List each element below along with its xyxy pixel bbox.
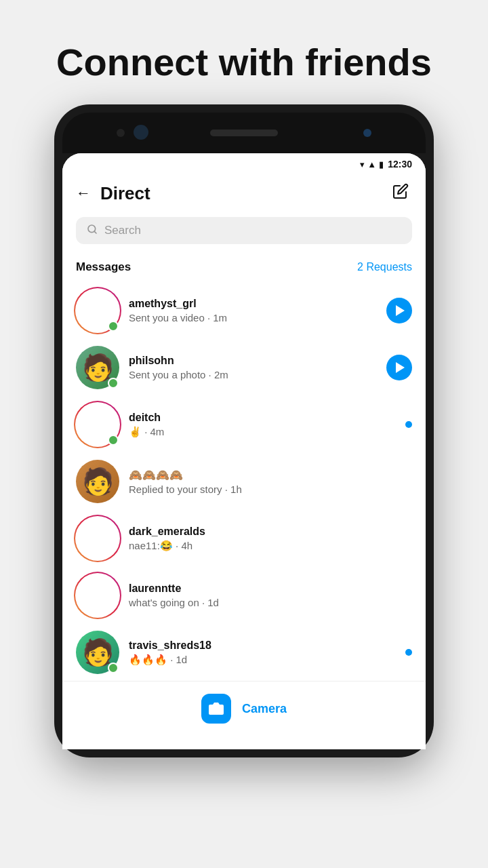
message-content: amethyst_grl Sent you a video · 1m <box>129 298 377 323</box>
bottom-bar: Camera <box>62 681 426 736</box>
page-wrapper: Connect with friends ▾ ▲ ▮ 12:30 ← <box>0 14 488 757</box>
status-time: 12:30 <box>388 159 412 170</box>
phone-frame: ▾ ▲ ▮ 12:30 ← Direct <box>54 104 434 757</box>
unread-indicator <box>405 649 412 656</box>
username: deitch <box>129 412 396 424</box>
online-indicator <box>108 321 119 332</box>
avatar-wrap: 🧑 <box>76 289 119 332</box>
avatar: 🧑 <box>76 517 119 560</box>
search-icon <box>87 224 98 237</box>
camera-button[interactable] <box>201 694 231 724</box>
status-icons: ▾ ▲ ▮ <box>360 159 384 170</box>
online-indicator <box>108 378 119 389</box>
message-content: dark_emeralds nae11:😂 · 4h <box>129 526 403 552</box>
username: travis_shreds18 <box>129 639 396 652</box>
play-icon <box>396 362 405 373</box>
messages-header: Messages 2 Requests <box>76 255 412 282</box>
wifi-icon: ▾ <box>360 159 365 170</box>
avatar-wrap: 🧑 <box>76 460 119 503</box>
avatar-wrap: 🧑 <box>76 517 119 560</box>
message-preview: ✌️ · 4m <box>129 426 396 438</box>
list-item[interactable]: 🧑 laurenntte what's going on · 1d <box>62 567 426 624</box>
online-indicator <box>108 435 119 446</box>
requests-link[interactable]: 2 Requests <box>357 261 412 273</box>
app-header: ← Direct <box>62 172 426 212</box>
search-container: Search <box>62 212 426 255</box>
svg-line-1 <box>94 231 96 233</box>
message-content: deitch ✌️ · 4m <box>129 412 396 438</box>
messages-label: Messages <box>76 260 131 274</box>
message-preview: Replied to your story · 1h <box>129 484 403 495</box>
message-content: philsohn Sent you a photo · 2m <box>129 355 377 380</box>
phone-screen: ▾ ▲ ▮ 12:30 ← Direct <box>62 153 426 749</box>
message-preview: Sent you a video · 1m <box>129 312 377 323</box>
play-button[interactable] <box>386 355 412 380</box>
status-bar: ▾ ▲ ▮ 12:30 <box>62 153 426 172</box>
message-preview: Sent you a photo · 2m <box>129 369 377 380</box>
compose-button[interactable] <box>389 182 412 205</box>
search-bar[interactable]: Search <box>76 217 412 244</box>
camera-label[interactable]: Camera <box>242 702 287 716</box>
message-content: laurenntte what's going on · 1d <box>129 583 403 608</box>
battery-icon: ▮ <box>379 159 384 170</box>
play-icon <box>396 305 405 316</box>
message-content: travis_shreds18 🔥🔥🔥 · 1d <box>129 639 396 666</box>
header-left: ← Direct <box>76 183 150 204</box>
avatar: 🧑 <box>76 574 119 617</box>
story-ring <box>76 574 119 617</box>
message-content: 🙈🙈🙈🙈 Replied to your story · 1h <box>129 469 403 495</box>
list-item[interactable]: 🧑 🙈🙈🙈🙈 Replied to your story · 1h <box>62 453 426 510</box>
username: philsohn <box>129 355 377 367</box>
phone-bottom <box>62 736 426 749</box>
page-title: Direct <box>100 183 150 204</box>
avatar-wrap: 🧑 <box>76 574 119 617</box>
message-preview: what's going on · 1d <box>129 597 403 608</box>
list-item[interactable]: 🧑 dark_emeralds nae11:😂 · 4h <box>62 510 426 567</box>
avatar-wrap: 🧑 <box>76 631 119 674</box>
notch-speaker <box>210 130 278 136</box>
play-button[interactable] <box>386 298 412 323</box>
messages-section: Messages 2 Requests <box>62 255 426 282</box>
avatar-wrap: 🧑 <box>76 346 119 389</box>
notch-camera-left <box>117 129 125 137</box>
back-button[interactable]: ← <box>76 184 91 202</box>
list-item[interactable]: 🧑 deitch ✌️ · 4m <box>62 396 426 453</box>
compose-icon <box>392 183 409 203</box>
signal-icon: ▲ <box>367 159 376 170</box>
list-item[interactable]: 🧑 travis_shreds18 🔥🔥🔥 · 1d <box>62 624 426 681</box>
list-item[interactable]: 🧑 philsohn Sent you a photo · 2m <box>62 339 426 396</box>
list-item[interactable]: 🧑 amethyst_grl Sent you a video · 1m <box>62 282 426 339</box>
message-action[interactable] <box>386 355 412 380</box>
avatar: 🧑 <box>76 460 119 503</box>
message-preview: 🔥🔥🔥 · 1d <box>129 654 396 666</box>
username: dark_emeralds <box>129 526 403 538</box>
hero-title: Connect with friends <box>16 14 472 104</box>
online-indicator <box>108 663 119 673</box>
notch-circle <box>134 125 148 140</box>
notch-camera-right <box>363 129 371 137</box>
search-placeholder: Search <box>104 224 141 237</box>
username: amethyst_grl <box>129 298 377 310</box>
unread-indicator <box>405 421 412 428</box>
message-action <box>405 421 412 428</box>
message-action <box>405 649 412 656</box>
story-ring <box>76 517 119 560</box>
message-list: 🧑 amethyst_grl Sent you a video · 1m <box>62 282 426 681</box>
message-preview: nae11:😂 · 4h <box>129 540 403 552</box>
notch-area <box>62 113 426 153</box>
username: 🙈🙈🙈🙈 <box>129 469 403 481</box>
username: laurenntte <box>129 583 403 595</box>
message-action[interactable] <box>386 298 412 323</box>
avatar-wrap: 🧑 <box>76 403 119 446</box>
